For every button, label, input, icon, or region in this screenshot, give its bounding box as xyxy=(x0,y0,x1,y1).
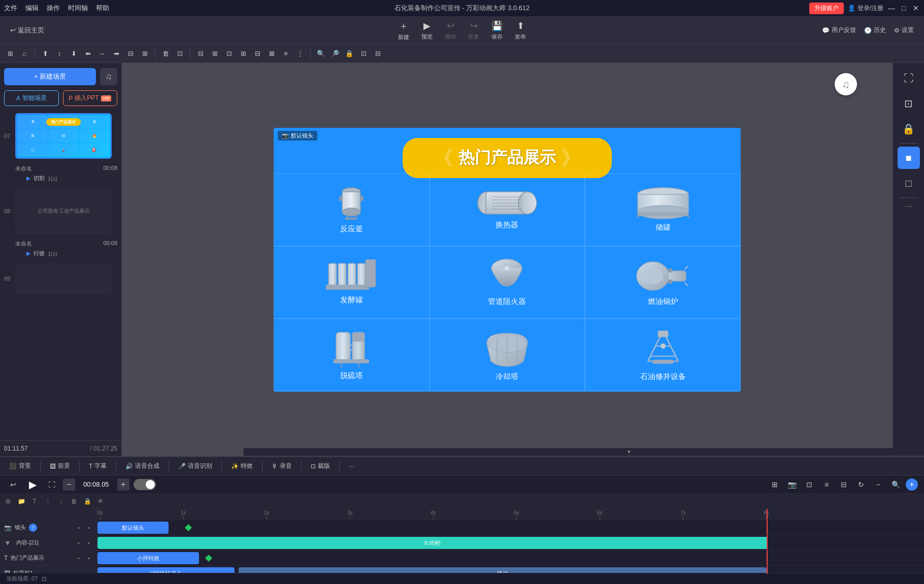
fmt-more-1[interactable]: ⊡ xyxy=(223,48,235,60)
toolbar-save[interactable]: 💾 保存 xyxy=(491,20,503,41)
fmt-more-6[interactable]: ⋮ xyxy=(294,48,306,60)
more-options-button[interactable]: ··· xyxy=(905,201,912,212)
fmt-align-left[interactable]: ⬅ xyxy=(82,48,94,60)
fmt-align-bot[interactable]: ⬇ xyxy=(68,48,80,60)
fmt-zoom-out[interactable]: 🔎 xyxy=(329,48,341,60)
scene-thumbnail[interactable] xyxy=(15,263,112,294)
fmt-more-4[interactable]: ⊠ xyxy=(266,48,278,60)
menu-help[interactable]: 帮助 xyxy=(96,4,109,13)
user-login[interactable]: 👤 登录/注册 xyxy=(848,4,883,13)
track-eye-icon[interactable]: 👁 xyxy=(95,496,106,506)
color-button[interactable]: ■ xyxy=(898,147,920,169)
zoom-minus-button[interactable]: − xyxy=(63,478,75,491)
music-button[interactable]: ♫ xyxy=(100,68,117,85)
tl-loop-button[interactable]: ↻ xyxy=(854,477,868,492)
track-add-folder-icon[interactable]: 📁 xyxy=(16,496,26,506)
scene-thumbnail[interactable]: 热门产品展示 ⚗ ⟋ 🛢 ⊞ ⊟ 🔥 ⬡ 🗼 ⛽ xyxy=(15,113,112,159)
product-cell-oilwell[interactable]: 石油修井设备 xyxy=(585,319,741,391)
fmt-paste[interactable]: ⊡ xyxy=(357,48,370,60)
back-home-button[interactable]: ↩ 返回主页 xyxy=(10,26,44,35)
window-close[interactable]: ✕ xyxy=(912,4,920,12)
track-lock-icon[interactable]: 🔒 xyxy=(82,496,92,506)
toolbar-publish[interactable]: ⬆ 发布 xyxy=(515,20,526,41)
camera-block[interactable]: 默认镜头 xyxy=(97,522,169,534)
rewind-button[interactable]: ↩ xyxy=(6,477,20,492)
product-cell-reactor[interactable]: 反应釜 xyxy=(274,174,430,246)
play-button[interactable]: ▶ xyxy=(24,476,41,493)
title-keyframe[interactable] xyxy=(205,554,212,561)
content-block[interactable]: 8.05秒 xyxy=(97,537,768,549)
tl-effects-btn[interactable]: ✨ 特效 xyxy=(228,460,256,472)
copy-frame-button[interactable]: ⊡ xyxy=(898,92,920,115)
expand-icon[interactable]: ▼ xyxy=(4,539,11,547)
title-block[interactable]: 小拜特效 xyxy=(97,552,199,564)
track-grid-icon[interactable]: ⊞ xyxy=(3,496,13,506)
insert-ppt-button[interactable]: P 插入PPT VIP xyxy=(63,90,118,106)
fmt-zoom-in[interactable]: 🔍 xyxy=(315,48,327,60)
lock-button[interactable]: 🔒 xyxy=(898,118,920,140)
toolbar-preview[interactable]: ▶ 预览 xyxy=(421,20,433,41)
feedback-button[interactable]: 💬 用户反馈 xyxy=(822,26,856,35)
track-question-mark[interactable]: ? xyxy=(29,524,37,532)
product-cell-heatex[interactable]: 换热器 xyxy=(430,174,585,246)
tl-camera-button[interactable]: 📷 xyxy=(785,477,799,492)
menu-timeline[interactable]: 时间轴 xyxy=(68,4,88,13)
tl-foreground-btn[interactable]: 🖼 前景 xyxy=(47,460,73,472)
product-cell-flame-arr[interactable]: 管道阻火器 xyxy=(430,246,585,319)
tl-zoom-ctrl[interactable]: 🔍 xyxy=(888,477,903,492)
fmt-ungroup[interactable]: ⊞ xyxy=(209,48,221,60)
window-maximize[interactable]: □ xyxy=(900,4,908,12)
fmt-copy[interactable]: ⊡ xyxy=(174,48,186,60)
tl-add-button[interactable]: + xyxy=(906,478,918,491)
scene-thumbnail[interactable]: 公司宣传·工业产品展示 xyxy=(15,188,112,234)
fullscreen-tl-button[interactable]: ⛶ xyxy=(45,477,59,492)
fmt-align-right[interactable]: ➡ xyxy=(110,48,122,60)
copy-scene-icon[interactable]: ⊡ xyxy=(42,575,47,582)
track-delete-icon[interactable]: 🗑 xyxy=(69,496,79,506)
track-dot-1[interactable]: • xyxy=(75,524,83,532)
fmt-dist-h[interactable]: ⊟ xyxy=(124,48,137,60)
bg-button[interactable]: □ xyxy=(898,172,920,194)
track-dot-6[interactable]: • xyxy=(85,554,93,562)
tl-asr-btn[interactable]: 🎤 语音识别 xyxy=(175,460,215,472)
tl-align-button[interactable]: ≡ xyxy=(819,477,834,492)
fmt-paste2[interactable]: ⊟ xyxy=(372,48,384,60)
track-arrow-up-icon[interactable]: ↑ xyxy=(43,496,53,506)
track-text-icon[interactable]: T xyxy=(29,496,40,506)
toolbar-redo[interactable]: ↪ 恢复 xyxy=(468,20,479,41)
menu-edit[interactable]: 编辑 xyxy=(25,4,39,13)
fmt-delete[interactable]: 🗑 xyxy=(159,48,172,60)
tl-background-btn[interactable]: ⬛ 背景 xyxy=(6,460,34,472)
canvas-music-button[interactable]: ♫ xyxy=(835,73,857,95)
product-cell-tank[interactable]: 储罐 xyxy=(585,174,741,246)
product-cell-ferm[interactable]: 发酵罐 xyxy=(274,246,430,319)
track-dot-3[interactable]: • xyxy=(75,539,83,547)
menu-operate[interactable]: 操作 xyxy=(47,4,60,13)
fmt-btn-2[interactable]: ⌂ xyxy=(18,48,30,60)
fullscreen-button[interactable]: ⛶ xyxy=(898,67,920,89)
fmt-btn-1[interactable]: ⊞ xyxy=(4,48,16,60)
fmt-lock[interactable]: 🔒 xyxy=(343,48,355,60)
product-cell-desulf[interactable]: 脱硫塔 xyxy=(274,319,430,391)
tl-tts-btn[interactable]: 🔊 语音合成 xyxy=(122,460,162,472)
fmt-more-5[interactable]: ≡ xyxy=(280,48,292,60)
product-cell-cooling[interactable]: 冷却塔 xyxy=(430,319,585,391)
tl-more-btn[interactable]: ··· xyxy=(346,461,357,471)
track-dot-2[interactable]: • xyxy=(85,524,93,532)
toolbar-new[interactable]: ＋ 新建 xyxy=(398,20,409,41)
settings-button[interactable]: ⚙ 设置 xyxy=(894,26,914,35)
time-cursor[interactable] xyxy=(767,509,768,520)
tl-paste-button[interactable]: ⊡ xyxy=(802,477,816,492)
fmt-align-center[interactable]: ↔ xyxy=(96,48,108,60)
upgrade-button[interactable]: 升级账户 xyxy=(809,3,844,14)
fmt-more-3[interactable]: ⊟ xyxy=(251,48,263,60)
fmt-more-2[interactable]: ⊞ xyxy=(237,48,249,60)
history-button[interactable]: 🕐 历史 xyxy=(864,26,886,35)
zoom-plus-button[interactable]: + xyxy=(117,478,129,491)
tl-subtitle-btn[interactable]: T 字幕 xyxy=(86,460,110,472)
camera-keyframe[interactable] xyxy=(185,524,192,531)
fmt-align-top[interactable]: ⬆ xyxy=(39,48,51,60)
tl-snap-button[interactable]: ⊞ xyxy=(768,477,782,492)
fmt-dist-v[interactable]: ⊞ xyxy=(139,48,151,60)
canvas-title-banner[interactable]: 《 热门产品展示 》 xyxy=(403,138,612,178)
